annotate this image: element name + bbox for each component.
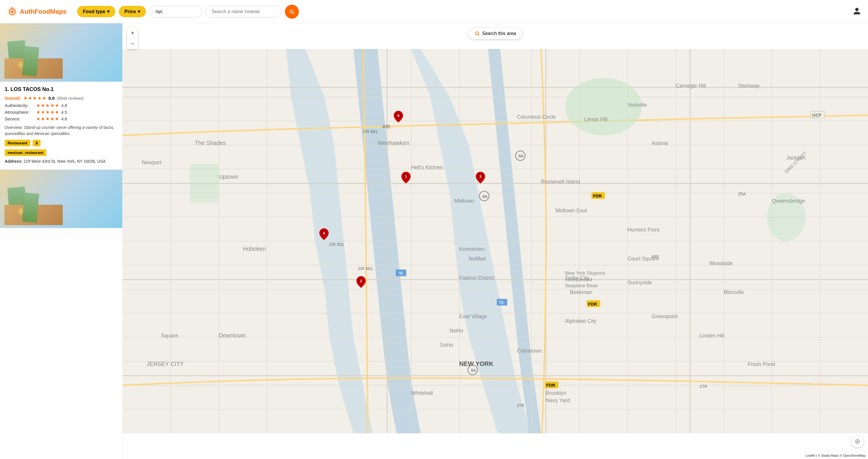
service-stars: ★ ★ ★ ★ ★ bbox=[36, 116, 59, 122]
user-icon[interactable] bbox=[853, 7, 861, 16]
svg-text:Beekman: Beekman bbox=[570, 289, 592, 295]
card-content: 1. LOS TACOS No.1 Overall: ★ ★ ★ ★ ★ 5.0… bbox=[0, 81, 122, 164]
overview-text: Overview: Stand-up counter serve offerin… bbox=[5, 125, 118, 137]
logo-link[interactable]: AuthFoodMaps bbox=[7, 6, 66, 17]
svg-text:Square: Square bbox=[161, 333, 178, 338]
svg-text:78: 78 bbox=[398, 271, 402, 275]
address-text: Address: 229 West 43rd St, New York, NY … bbox=[5, 159, 118, 164]
svg-text:495: 495 bbox=[652, 254, 659, 259]
svg-point-126 bbox=[856, 439, 860, 444]
tag-price: $ bbox=[33, 140, 40, 146]
svg-text:New York Skyports: New York Skyports bbox=[565, 270, 605, 275]
svg-text:NoHo: NoHo bbox=[450, 328, 463, 334]
location-input[interactable] bbox=[149, 6, 202, 18]
svg-text:CR 501: CR 501 bbox=[330, 242, 344, 247]
svg-text:Carnegie Hill: Carnegie Hill bbox=[676, 83, 706, 89]
svg-text:Newport: Newport bbox=[142, 160, 161, 165]
svg-text:Roosevelt Island: Roosevelt Island bbox=[541, 179, 580, 185]
svg-text:278: 278 bbox=[700, 384, 707, 389]
tags-row-2: mexican_restaurant bbox=[5, 149, 118, 156]
restaurant-card: 1. LOS TACOS No.1 Overall: ★ ★ ★ ★ ★ 5.0… bbox=[0, 23, 122, 170]
svg-text:9A: 9A bbox=[483, 194, 488, 199]
search-button[interactable] bbox=[285, 5, 299, 19]
svg-text:Greenpoint: Greenpoint bbox=[652, 314, 678, 319]
authenticity-row: Authenticity: ★ ★ ★ ★ ★ 4.8 bbox=[5, 103, 118, 108]
svg-text:JERSEY CITY: JERSEY CITY bbox=[147, 361, 184, 367]
restaurant-title: 1. LOS TACOS No.1 bbox=[5, 86, 118, 93]
logo-text: AuthFoodMaps bbox=[20, 8, 66, 15]
svg-text:Weehawken: Weehawken bbox=[377, 140, 409, 146]
locate-button[interactable] bbox=[851, 436, 863, 447]
chevron-down-icon: ▾ bbox=[107, 9, 110, 14]
svg-text:Chinatown: Chinatown bbox=[517, 348, 542, 354]
svg-text:Brooklyn: Brooklyn bbox=[546, 390, 566, 396]
tags-row: Restaurant $ bbox=[5, 140, 118, 146]
search-name-input[interactable] bbox=[206, 6, 281, 18]
map-marker-5[interactable]: 5 bbox=[394, 111, 403, 124]
svg-text:FDR: FDR bbox=[593, 194, 602, 198]
left-panel: 1. LOS TACOS No.1 Overall: ★ ★ ★ ★ ★ 5.0… bbox=[0, 23, 123, 459]
svg-text:Queensbridge: Queensbridge bbox=[772, 198, 805, 204]
svg-text:FDR: FDR bbox=[546, 383, 555, 388]
logo-icon bbox=[7, 6, 18, 17]
search-icon bbox=[289, 9, 295, 14]
food-type-button[interactable]: Food type ▾ bbox=[77, 6, 115, 17]
map-attribution: Leaflet | © Stadia Maps © OpenStreetMap bbox=[806, 454, 866, 457]
authenticity-stars: ★ ★ ★ ★ ★ bbox=[36, 103, 59, 108]
tag-type: mexican_restaurant bbox=[5, 149, 46, 156]
svg-text:Hell's Kitchen: Hell's Kitchen bbox=[411, 164, 443, 170]
svg-point-125 bbox=[857, 441, 858, 442]
svg-rect-39 bbox=[190, 164, 219, 203]
svg-text:Uptown: Uptown bbox=[219, 173, 239, 180]
locate-icon bbox=[855, 438, 860, 445]
map-marker-4[interactable]: 4 bbox=[319, 228, 329, 241]
svg-text:The Shades: The Shades bbox=[195, 140, 226, 146]
svg-text:9A: 9A bbox=[518, 154, 524, 158]
overall-stars: ★ ★ ★ ★ ★ bbox=[23, 95, 46, 101]
map-marker-1[interactable]: 1 bbox=[401, 172, 411, 185]
svg-text:Blissville: Blissville bbox=[724, 289, 744, 295]
header: AuthFoodMaps Food type ▾ Price ▾ bbox=[0, 0, 868, 23]
svg-text:495: 495 bbox=[382, 124, 390, 129]
svg-text:Midtown: Midtown bbox=[455, 198, 474, 204]
svg-text:FDR: FDR bbox=[588, 302, 597, 306]
svg-text:Whitehall: Whitehall bbox=[411, 390, 433, 396]
zoom-in-button[interactable]: + bbox=[127, 28, 138, 38]
svg-text:9A: 9A bbox=[471, 368, 476, 373]
service-row: Service: ★ ★ ★ ★ ★ 4.8 bbox=[5, 116, 118, 122]
svg-text:Sunnyside: Sunnyside bbox=[627, 280, 652, 286]
main-layout: 1. LOS TACOS No.1 Overall: ★ ★ ★ ★ ★ 5.0… bbox=[0, 23, 868, 459]
svg-text:2: 2 bbox=[360, 279, 362, 283]
svg-point-2 bbox=[11, 10, 13, 13]
svg-text:3: 3 bbox=[479, 174, 481, 179]
search-area-button[interactable]: Search this area bbox=[469, 28, 522, 39]
svg-text:Hunters Point: Hunters Point bbox=[627, 227, 660, 233]
map-marker-2[interactable]: 2 bbox=[356, 276, 366, 289]
svg-text:Yorkville: Yorkville bbox=[627, 102, 647, 108]
svg-text:SoHo: SoHo bbox=[440, 342, 453, 348]
svg-line-114 bbox=[478, 34, 479, 35]
svg-text:CR 681: CR 681 bbox=[363, 129, 378, 134]
svg-text:Incorporated: Incorporated bbox=[565, 277, 592, 282]
atmosphere-stars: ★ ★ ★ ★ ★ bbox=[36, 109, 59, 115]
svg-text:Astoria: Astoria bbox=[652, 140, 669, 146]
svg-text:Woodside: Woodside bbox=[709, 260, 733, 266]
svg-text:Steinway: Steinway bbox=[738, 83, 760, 89]
zoom-out-button[interactable]: − bbox=[127, 38, 138, 49]
svg-text:Seaplane Base: Seaplane Base bbox=[565, 283, 598, 288]
map-controls: + − bbox=[127, 28, 138, 49]
svg-text:Linden Hill: Linden Hill bbox=[700, 333, 724, 338]
svg-text:Flatiron District: Flatiron District bbox=[459, 275, 494, 281]
search-area-icon bbox=[474, 31, 480, 36]
atmosphere-row: Atmosphere: ★ ★ ★ ★ ★ 4.5 bbox=[5, 109, 118, 115]
svg-text:Lenox Hill: Lenox Hill bbox=[584, 117, 608, 122]
svg-text:Downtown: Downtown bbox=[219, 332, 246, 338]
price-button[interactable]: Price ▾ bbox=[119, 6, 146, 17]
map-area: Hoboken Downtown Square JERSEY CITY Upto… bbox=[123, 23, 868, 459]
map-marker-3[interactable]: 3 bbox=[476, 172, 485, 185]
svg-text:NoMad: NoMad bbox=[469, 256, 486, 262]
svg-text:Midtown East: Midtown East bbox=[555, 208, 587, 214]
svg-text:4: 4 bbox=[323, 231, 325, 235]
map-svg: Hoboken Downtown Square JERSEY CITY Upto… bbox=[123, 23, 868, 459]
svg-text:Hoboken: Hoboken bbox=[243, 245, 266, 252]
